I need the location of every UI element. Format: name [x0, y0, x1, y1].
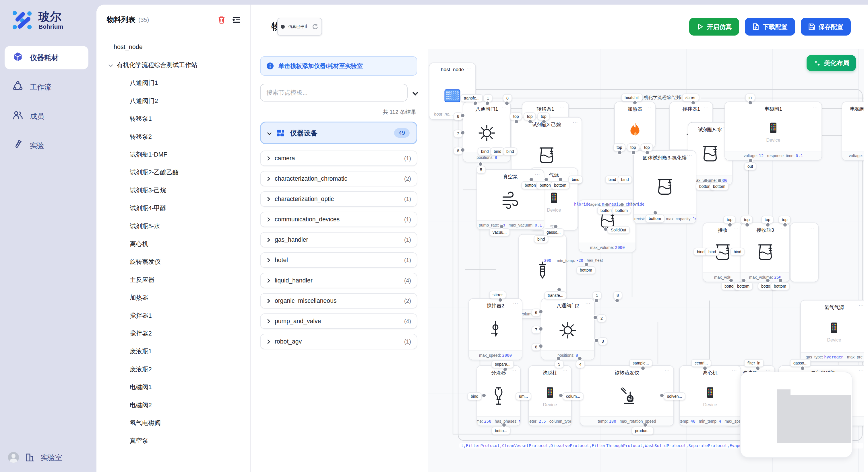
port-dot[interactable]	[473, 101, 477, 105]
save-config-button[interactable]: 保存配置	[801, 18, 851, 36]
tree-item[interactable]: 电磁阀1	[96, 378, 250, 396]
tree-item[interactable]: 转移泵2	[96, 128, 250, 145]
tree-item[interactable]: 试剂瓶4-甲醇	[96, 199, 250, 217]
tree-item[interactable]: 电磁阀2	[96, 396, 250, 414]
tree-item[interactable]: 氢气电磁阀	[96, 414, 250, 432]
node-menu-icon[interactable]: ⋯	[466, 65, 472, 71]
node-menu-icon[interactable]: ⋯	[664, 368, 670, 374]
node-menu-icon[interactable]: ⋯	[809, 225, 815, 231]
minimap[interactable]	[740, 372, 852, 458]
port-pill-bind[interactable]: bind	[705, 248, 719, 256]
tree-item[interactable]: 试剂瓶1-DMF	[96, 145, 250, 163]
accordion-instrument-devices[interactable]: 仪器设备 49	[260, 122, 417, 144]
port-pill-5[interactable]: 5	[555, 360, 564, 368]
flow-node-搅拌器2[interactable]: 搅拌器2⋯max_speed: 2000	[468, 298, 522, 360]
sidebar-item-workflow[interactable]: 工作流	[5, 75, 88, 99]
port-dot[interactable]	[660, 393, 664, 398]
tree-item[interactable]: 加热器	[96, 289, 250, 306]
node-menu-icon[interactable]: ⋯	[559, 104, 565, 110]
port-dot[interactable]	[499, 224, 504, 229]
node-menu-icon[interactable]: ⋯	[859, 302, 864, 308]
tree-item[interactable]: 废液瓶2	[96, 360, 250, 378]
port-pill-bottom[interactable]: bottom	[551, 181, 570, 189]
port-pill-colum[interactable]: colum...	[563, 392, 584, 400]
port-dot[interactable]	[631, 150, 636, 155]
port-dot[interactable]	[528, 119, 532, 124]
category-gas_handler[interactable]: gas_handler(1)	[260, 232, 417, 247]
port-pill-5[interactable]: 5	[476, 166, 486, 174]
port-pill-out[interactable]: out	[744, 162, 756, 170]
port-pill-bind[interactable]: bind	[467, 392, 482, 400]
port-pill-bind[interactable]: bind	[534, 235, 548, 243]
category-robot_agv[interactable]: robot_agv(1)	[260, 334, 417, 349]
port-pill-4[interactable]: 4	[576, 360, 585, 368]
port-pill-heatchill[interactable]: heatchill	[621, 94, 643, 102]
port-pill-2[interactable]: 2	[597, 314, 606, 322]
port-pill-bind[interactable]: bind	[618, 175, 632, 183]
start-simulation-button[interactable]: 开启仿真	[689, 18, 739, 36]
port-dot[interactable]	[632, 100, 637, 105]
port-pill-bottom[interactable]: bottom	[734, 282, 753, 290]
flow-node-加热器[interactable]: 加热器⋯	[614, 102, 656, 148]
port-dot[interactable]	[482, 393, 486, 398]
port-dot[interactable]	[514, 119, 519, 124]
flow-node-氢气气源[interactable]: 氢气气源⋯Devicegas_type: hydrogenmax_pre	[800, 300, 868, 362]
port-pill-um[interactable]: um...	[516, 392, 531, 400]
tree-item[interactable]: 试剂瓶5-水	[96, 217, 250, 235]
flow-node-固体试剂瓶3-氯化镁[interactable]: 固体试剂瓶3-氯化镁⋯precision: 0.001max_capacity:…	[633, 150, 696, 224]
node-menu-icon[interactable]: ⋯	[687, 153, 692, 159]
port-dot[interactable]	[559, 393, 563, 398]
node-menu-icon[interactable]: ⋯	[572, 119, 578, 126]
flow-node-电磁阀1[interactable]: 电磁阀1⋯Devicevoltage: 12response_time: 0.1	[724, 102, 822, 161]
port-pill-produc[interactable]: produc...	[631, 427, 654, 435]
node-menu-icon[interactable]: ⋯	[569, 170, 574, 176]
port-dot[interactable]	[603, 227, 608, 231]
flow-node-真空泵[interactable]: 真空泵⋯pump_rate: 50max_vacuum: 0.1	[476, 169, 544, 230]
port-pill-vacuu[interactable]: vacuu...	[489, 228, 510, 236]
port-dot[interactable]	[645, 150, 650, 155]
port-pill-transfe[interactable]: transfe...	[460, 94, 483, 102]
category-characterization_chromatic[interactable]: characterization_chromatic(2)	[260, 171, 417, 187]
port-pill-bottom[interactable]: bottom	[770, 282, 789, 290]
tree-item[interactable]: 主反应器	[96, 271, 250, 289]
sidebar-footer[interactable]: 实验室	[8, 452, 62, 463]
port-dot[interactable]	[641, 366, 645, 370]
sidebar-item-experiments[interactable]: 实验	[5, 134, 88, 157]
avatar[interactable]	[8, 452, 19, 463]
tree-item[interactable]: 八通阀门2	[96, 92, 250, 109]
port-pill-gasso[interactable]: gasso...	[790, 359, 811, 367]
port-pill-bottom[interactable]: bottom	[612, 206, 631, 214]
port-pill-bind[interactable]: bind	[503, 147, 517, 156]
tree-item[interactable]: 废液瓶1	[96, 342, 250, 360]
node-menu-icon[interactable]: ⋯	[562, 368, 568, 374]
node-menu-icon[interactable]: ⋯	[535, 171, 540, 178]
node-menu-icon[interactable]: ⋯	[859, 368, 864, 374]
tree-item[interactable]: 旋转蒸发仪	[96, 253, 250, 271]
port-dot[interactable]	[766, 223, 770, 227]
port-dot[interactable]	[703, 366, 707, 370]
tree-item[interactable]: 离心机	[96, 235, 250, 252]
category-characterization_optic[interactable]: characterization_optic(1)	[260, 191, 417, 207]
port-dot[interactable]	[594, 338, 599, 343]
sidebar-item-instruments[interactable]: 仪器耗材	[5, 46, 88, 69]
refresh-icon[interactable]	[312, 23, 319, 30]
port-dot[interactable]	[541, 119, 546, 124]
node-menu-icon[interactable]: ⋯	[513, 301, 518, 307]
beautify-layout-button[interactable]: 美化布局	[807, 55, 856, 71]
port-dot[interactable]	[503, 367, 507, 372]
node-menu-icon[interactable]: ⋯	[733, 225, 739, 231]
flow-node-八通阀门2[interactable]: 八通阀门2⋯positions: 8	[541, 298, 595, 360]
node-menu-icon[interactable]: ⋯	[646, 104, 652, 110]
port-dot[interactable]	[557, 287, 561, 292]
tree-item[interactable]: 搅拌器1	[96, 307, 250, 324]
port-pill-bottom[interactable]: bottom	[645, 214, 664, 223]
port-dot[interactable]	[727, 223, 732, 227]
category-liquid_handler[interactable]: liquid_handler(4)	[260, 273, 417, 288]
tree-item-host-node[interactable]: host_node	[96, 38, 250, 56]
tree-item-workstation[interactable]: 有机化学流程综合测试工作站	[96, 56, 250, 74]
port-pill-sample[interactable]: sample...	[629, 359, 652, 367]
delete-all-button[interactable]	[217, 15, 226, 24]
port-pill-SolidOut[interactable]: SolidOut	[608, 226, 630, 234]
port-dot[interactable]	[745, 223, 749, 227]
tree-item[interactable]: 试剂瓶2-乙酸乙酯	[96, 164, 250, 181]
